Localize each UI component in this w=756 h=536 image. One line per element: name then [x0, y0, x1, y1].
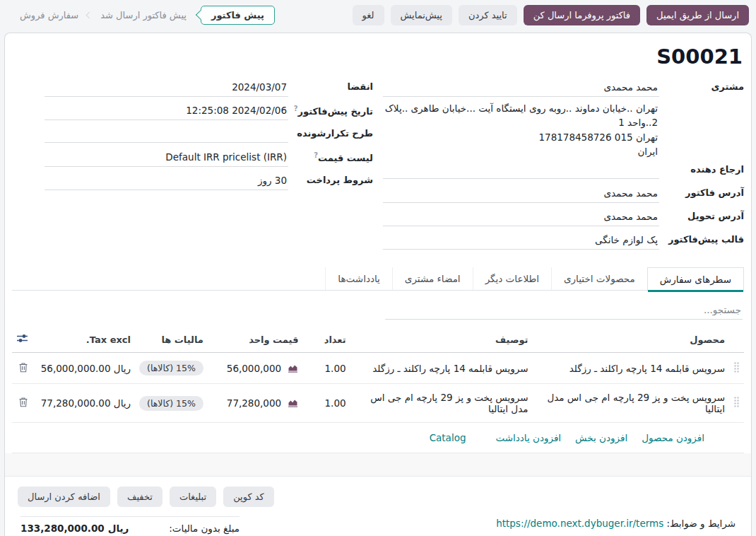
address-line: تهران ..خیابان دماوند ..روبه روی ایستگاه… — [384, 101, 658, 130]
tab-optional-products[interactable]: محصولات اختیاری — [551, 267, 647, 290]
field-invoice-address: آدرس فاکتور محمد محمدی — [383, 183, 744, 206]
add-section-link[interactable]: افزودن بخش — [575, 432, 627, 443]
handle-column-header — [729, 327, 744, 353]
send-proforma-button[interactable]: فاکتور پروفرما ارسال کن — [524, 5, 640, 25]
field-delivery-address: آدرس تحویل محمد محمدی — [383, 206, 744, 230]
columns-settings-icon — [16, 333, 28, 344]
trash-icon — [18, 397, 28, 407]
preview-button[interactable]: پیش‌نمایش — [391, 5, 452, 25]
line-add-links: افزودن محصول افزودن بخش افزودن یادداشت C… — [12, 423, 744, 453]
tab-order-lines[interactable]: سطرهای سفارش — [647, 267, 744, 291]
quotation-template-input[interactable]: پک لوازم خانگی — [383, 230, 659, 250]
tax-badge: 15% (کالاها) — [139, 361, 203, 375]
tab-notes[interactable]: یادداشت‌ها — [325, 267, 391, 290]
description-cell[interactable]: سرویس قابلمه 14 پارچه راکلند ـ رزگلد — [350, 353, 533, 384]
trash-icon — [18, 362, 28, 373]
optional-columns-button[interactable] — [12, 327, 33, 353]
quantity-cell[interactable]: 1.00 — [302, 384, 350, 423]
add-note-link[interactable]: افزودن یادداشت — [495, 432, 561, 443]
expiration-input[interactable]: 2024/03/07 — [45, 77, 288, 97]
invoice-address-input[interactable]: محمد محمدی — [383, 183, 659, 203]
notebook-tabs: سطرهای سفارش محصولات اختیاری اطلاعات دیگ… — [12, 267, 744, 291]
add-shipping-button[interactable]: اضافه کردن ارسال — [18, 487, 110, 507]
tax-excl-column-header: Tax excl. — [33, 327, 135, 353]
status-stage-quotation-active[interactable]: پیش فاکتور — [201, 6, 275, 25]
status-stage-sales-order[interactable]: سفارش فروش — [20, 10, 78, 21]
quantity-column-header: تعداد — [302, 327, 350, 353]
product-cell[interactable]: سرویس قابلمه 14 پارچه راکلند ـ رزگلد — [532, 353, 729, 384]
recurring-plan-label: طرح تکرارشونده — [288, 124, 373, 139]
quotation-date-label: تاریخ پیش‌فاکتور? — [288, 100, 373, 117]
top-action-bar: ارسال از طریق ایمیل فاکتور پروفرما ارسال… — [0, 0, 756, 30]
description-cell[interactable]: سرویس پخت و پز 29 پارچه ام جی اس مدل ایت… — [350, 384, 533, 423]
confirm-button[interactable]: تایید کردن — [459, 5, 517, 25]
taxes-cell[interactable]: 15% (کالاها) — [135, 353, 208, 384]
sheet-footer: کد کوپن تبلیغات تخفیف اضافه کردن ارسال ش… — [12, 477, 744, 536]
status-pipeline: پیش فاکتور پیش فاکتور ارسال شد سفارش فرو… — [7, 6, 275, 25]
promotions-button[interactable]: تبلیغات — [170, 487, 216, 507]
untaxed-amount-value: 133,280,000.00 — [20, 523, 105, 534]
amount-cell: ریال 56,000,000.00 — [33, 353, 135, 384]
discount-button[interactable]: تخفیف — [117, 487, 163, 507]
pricelist-label: لیست قیمت? — [288, 147, 373, 163]
field-expiration: انقضا 2024/03/07 — [45, 77, 373, 100]
drag-handle[interactable] — [729, 353, 744, 384]
totals-block: مبلغ بدون مالیات: ریال133,280,000.00 مال… — [20, 516, 240, 536]
unit-price-cell[interactable]: 77,280,000 — [208, 384, 303, 423]
catalog-link[interactable]: Catalog — [430, 432, 466, 443]
delete-line-button[interactable] — [12, 353, 33, 384]
field-customer: مشتری محمد محمدی تهران ..خیابان دماوند .… — [383, 77, 744, 160]
form-sheet: S00021 مشتری محمد محمدی تهران ..خیابان د… — [4, 33, 752, 536]
order-line-row: سرویس پخت و پز 29 پارچه ام جی اس مدل ایت… — [12, 384, 744, 423]
cancel-button[interactable]: لغو — [353, 5, 384, 25]
tab-customer-signature[interactable]: امضاء مشتری — [392, 267, 473, 290]
coupon-code-button[interactable]: کد کوپن — [223, 487, 274, 507]
product-cell[interactable]: سرویس پخت و پز 29 پارچه ام جی اس مدل ایت… — [532, 384, 729, 423]
field-group-details: انقضا 2024/03/07 تاریخ پیش‌فاکتور? 2024/… — [12, 77, 373, 253]
currency-label: ریال — [108, 523, 129, 534]
drag-handle[interactable] — [729, 384, 744, 423]
amount-cell: ریال 77,280,000.00 — [33, 384, 135, 423]
field-recurring-plan: طرح تکرارشونده — [45, 124, 373, 147]
quotation-date-input[interactable]: 2024/02/06 12:25:08 — [45, 100, 288, 120]
field-payment-terms: شروط پرداخت 30 روز — [45, 170, 373, 194]
send-by-email-button[interactable]: ارسال از طریق ایمیل — [646, 5, 749, 25]
tab-other-info[interactable]: اطلاعات دیگر — [473, 267, 551, 290]
add-product-link[interactable]: افزودن محصول — [642, 432, 704, 443]
field-grid: مشتری محمد محمدی تهران ..خیابان دماوند .… — [12, 77, 744, 253]
action-buttons: ارسال از طریق ایمیل فاکتور پروفرما ارسال… — [353, 5, 749, 25]
order-line-row: سرویس قابلمه 14 پارچه راکلند ـ رزگلد سرو… — [12, 353, 744, 384]
quantity-cell[interactable]: 1.00 — [302, 353, 350, 384]
terms-label: شرایط و ضوابط: — [667, 518, 736, 529]
invoice-address-label: آدرس فاکتور — [659, 183, 744, 198]
area-chart-icon — [288, 364, 298, 373]
promotion-buttons: کد کوپن تبلیغات تخفیف اضافه کردن ارسال — [18, 487, 738, 507]
terms-link[interactable]: https://demo.next.dybuger.ir/terms — [496, 518, 663, 529]
customer-name-link[interactable]: محمد محمدی — [383, 77, 659, 97]
field-referrer: ارجاع دهنده — [383, 160, 744, 183]
address-line: ایران — [384, 144, 658, 158]
area-chart-icon — [288, 399, 298, 408]
expiration-label: انقضا — [288, 77, 373, 92]
delivery-address-input[interactable]: محمد محمدی — [383, 206, 659, 226]
referrer-label: ارجاع دهنده — [659, 160, 744, 175]
product-column-header: محصول — [532, 327, 729, 353]
status-stage-quotation-sent[interactable]: پیش فاکتور ارسال شد — [100, 10, 187, 21]
payment-terms-input[interactable]: 30 روز — [45, 170, 288, 190]
empty-list-strip — [5, 453, 751, 477]
chevron-separator-icon — [86, 11, 93, 18]
customer-address: تهران ..خیابان دماوند ..روبه روی ایستگاه… — [383, 97, 659, 160]
payment-terms-label: شروط پرداخت — [288, 170, 373, 185]
recurring-plan-input[interactable] — [45, 124, 288, 143]
unit-price-cell[interactable]: 56,000,000 — [208, 353, 303, 384]
taxes-cell[interactable]: 15% (کالاها) — [135, 384, 208, 423]
description-column-header: توصیف — [350, 327, 533, 353]
field-pricelist: لیست قیمت? Default IRR pricelist (IRR) — [45, 147, 373, 170]
field-group-partner: مشتری محمد محمدی تهران ..خیابان دماوند .… — [383, 77, 744, 253]
delete-line-button[interactable] — [12, 384, 33, 423]
pricelist-input[interactable]: Default IRR pricelist (IRR) — [45, 147, 288, 167]
referrer-input[interactable] — [383, 160, 659, 179]
delivery-address-label: آدرس تحویل — [659, 206, 744, 221]
drag-handle-icon — [733, 396, 740, 408]
search-input[interactable] — [385, 301, 743, 320]
